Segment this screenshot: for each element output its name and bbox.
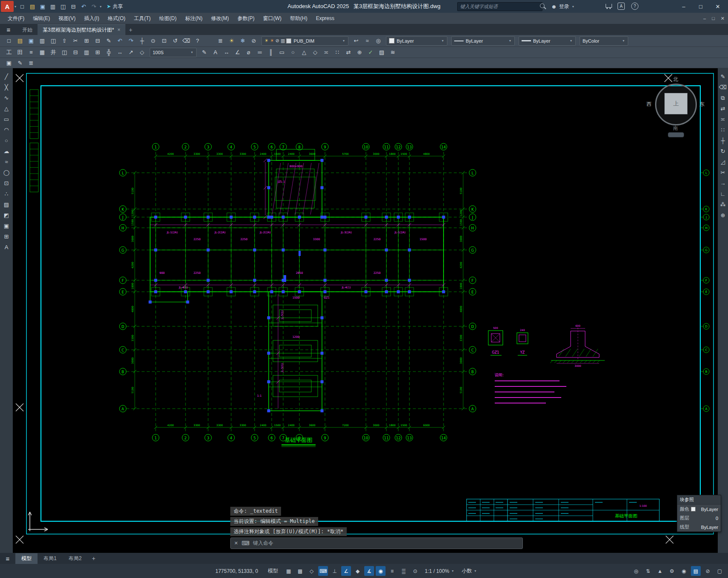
layout-tab-3[interactable]: 布局2 [63, 553, 88, 564]
zoom-window-icon[interactable]: ⊡ [159, 36, 170, 46]
detail-drawings[interactable]: 500GZ1240YZ6003000 [488, 324, 605, 367]
quick-properties-panel[interactable]: 块参照 颜色ByLayer图层0线型ByLayer [677, 495, 721, 532]
chevron-down-icon[interactable]: ▾ [100, 5, 102, 9]
grid-tool-icon[interactable]: 井 [48, 47, 59, 58]
leader-icon[interactable]: ↗ [125, 47, 136, 58]
layer-lock-icon[interactable]: ⊘ [248, 36, 259, 46]
ortho-icon[interactable]: ⊥ [330, 566, 339, 576]
column-tool-icon[interactable]: 田 [15, 47, 26, 58]
lineweight-dropdown[interactable]: ByLayer ▾ [519, 36, 576, 46]
line-tool-icon[interactable]: ╱ [2, 72, 11, 81]
snap-icon[interactable]: ▩ [295, 566, 305, 576]
outer-dimensions[interactable]: 4200420033003300330033003300330024002400… [131, 152, 465, 429]
cut-icon[interactable]: ✂ [70, 36, 81, 46]
viewcube-south-label[interactable]: 南 [647, 125, 705, 132]
new-icon[interactable]: □ [3, 36, 15, 46]
menu-item[interactable]: 视图(V) [54, 13, 80, 24]
save-icon[interactable]: ▣ [38, 1, 48, 12]
sheet-title[interactable]: 基础平面图 [281, 437, 316, 447]
open-icon[interactable]: ▤ [15, 36, 26, 46]
quick-properties-row[interactable]: 颜色ByLayer [677, 505, 721, 514]
save-to-web-icon[interactable]: ◫ [58, 1, 68, 12]
beam-tool-icon[interactable]: 工 [3, 47, 15, 58]
keyboard-icon[interactable]: ⌨ [241, 540, 249, 546]
isodraft-icon[interactable]: ◆ [353, 566, 363, 576]
edit-icon[interactable]: ✎ [15, 58, 26, 68]
layout-menu-icon[interactable]: ≡ [0, 555, 15, 562]
undo-icon[interactable]: ↶ [78, 1, 89, 12]
trim-tool-icon[interactable]: ✂ [718, 168, 728, 177]
quick-properties-row[interactable]: 线型ByLayer [677, 523, 721, 532]
transparency-icon[interactable]: ▒ [399, 566, 409, 576]
edit-pencil-icon[interactable]: ✎ [718, 72, 728, 81]
table-tool-icon[interactable]: ⊞ [2, 232, 11, 241]
clean-screen-icon[interactable]: ▢ [715, 566, 725, 576]
wave-icon[interactable]: ≋ [387, 47, 398, 58]
polar-tracking-icon[interactable]: ∠ [341, 566, 351, 576]
menu-item[interactable]: 标注(N) [181, 13, 207, 24]
swap-icon[interactable]: ⇄ [343, 47, 354, 58]
text-icon[interactable]: A [210, 47, 221, 58]
menu-item[interactable]: Express [312, 13, 339, 24]
footing-pads[interactable] [151, 177, 448, 397]
close-tab-icon[interactable]: × [117, 27, 120, 33]
explode-tool-icon[interactable]: ⁂ [718, 200, 728, 209]
selection-cycling-icon[interactable]: ⊙ [410, 566, 420, 576]
app-store-cart-icon[interactable] [606, 4, 612, 8]
color-dropdown[interactable]: ByLayer ▾ [386, 36, 447, 46]
tab-start[interactable]: 开始 [17, 25, 38, 35]
workspace-gear-icon[interactable]: ⚙ [667, 566, 677, 576]
polyline-tool-icon[interactable]: ∿ [2, 93, 11, 103]
doc-restore-button[interactable]: □ [712, 16, 715, 21]
table-tool-icon[interactable]: ⊞ [92, 47, 103, 58]
property-value[interactable]: 0 [716, 516, 718, 521]
spline-tool-icon[interactable]: ≈ [2, 157, 11, 167]
offset-icon[interactable]: ≍ [321, 47, 332, 58]
viewport-icon[interactable]: ▣ [3, 58, 15, 68]
wall-tool-icon[interactable]: ≡ [26, 47, 37, 58]
menu-item[interactable]: 帮助(H) [286, 13, 312, 24]
layer-unlock-icon[interactable]: ⊘ [276, 38, 279, 44]
menu-item[interactable]: 参数(P) [233, 13, 259, 24]
copy-tool-icon[interactable]: ⧉ [718, 93, 728, 103]
layer-on-icon[interactable]: ☀ [226, 36, 237, 46]
quick-properties-icon[interactable]: ▤ [691, 566, 701, 576]
array-tool-icon[interactable]: ∷ [718, 125, 728, 135]
mirror-tool-icon[interactable]: ⇄ [718, 104, 728, 113]
inner-dimensions[interactable]: JL-1(2A)JL-2(2A)JL-2(2A)JL-3(2A)JL-1(2A)… [150, 159, 445, 409]
erase-icon[interactable]: ⌫ [181, 36, 192, 46]
publish-icon[interactable]: ⇧ [59, 36, 70, 46]
insert-block-tool-icon[interactable]: ⊡ [2, 178, 11, 188]
menu-item[interactable]: 修改(M) [207, 13, 233, 24]
rebar-tool-icon[interactable]: ╬ [103, 47, 114, 58]
sheet-border[interactable] [16, 73, 713, 543]
diamond-icon[interactable]: ◇ [310, 47, 321, 58]
new-layout-button[interactable]: + [87, 555, 99, 562]
redo-icon[interactable]: ↷ [125, 36, 136, 46]
plotstyle-dropdown[interactable]: ByColor ▾ [580, 36, 628, 46]
annotation-autoscale-icon[interactable]: ⇅ [643, 566, 653, 576]
menu-item[interactable]: 格式(O) [104, 13, 130, 24]
drawing-canvas[interactable]: ╱╳∿△▭◠○☁≈◯⊡∴▨◩▣⊞A 1122334455667788991010… [0, 68, 728, 553]
viewcube-west-label[interactable]: 西 [647, 101, 652, 108]
arc-tool-icon[interactable]: ◠ [2, 125, 11, 135]
command-prompt[interactable]: 键入命令 [253, 540, 273, 547]
doc-minimize-button[interactable]: – [703, 16, 706, 21]
multiline-icon[interactable]: ║ [265, 47, 276, 58]
rectangle-icon[interactable]: ▭ [276, 47, 287, 58]
erase-tool-icon[interactable]: ⌫ [718, 82, 728, 92]
annotation-scale-dropdown[interactable]: 1:1 / 100% ▾ [425, 568, 454, 574]
menu-hamburger-icon[interactable]: ≡ [0, 24, 17, 35]
menu-item[interactable]: 文件(F) [3, 13, 29, 24]
xline-tool-icon[interactable]: ╳ [2, 82, 11, 92]
quick-properties-row[interactable]: 图层0 [677, 514, 721, 523]
annotation-visibility-icon[interactable]: ◎ [631, 566, 641, 576]
annotation-monitor-icon[interactable]: ◉ [679, 566, 689, 576]
grid-icon[interactable]: ▦ [284, 566, 293, 576]
layer-match-icon[interactable]: ≈ [362, 36, 373, 46]
dynamic-input-icon[interactable]: ⌨ [318, 566, 328, 576]
property-value[interactable]: ByLayer [701, 507, 718, 512]
infer-constraints-icon[interactable]: ◇ [307, 566, 316, 576]
redo-icon[interactable]: ↷ [89, 1, 99, 12]
ellipse-tool-icon[interactable]: ◯ [2, 168, 11, 177]
